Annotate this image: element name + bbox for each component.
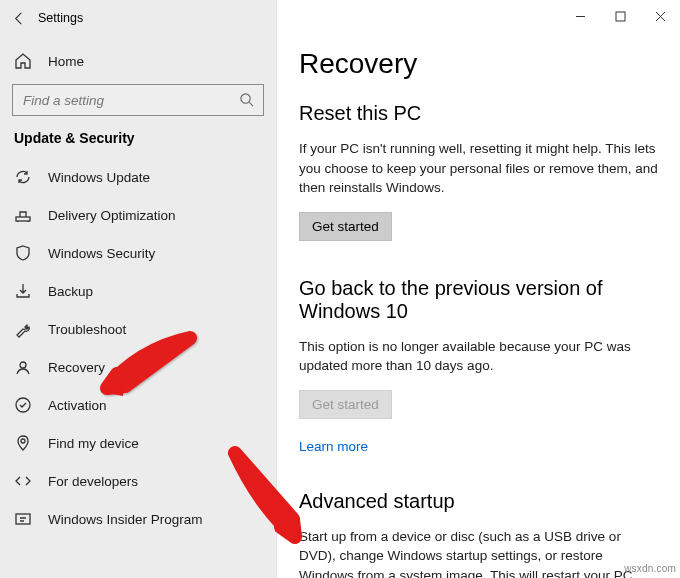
sidebar-item-label: Troubleshoot: [48, 322, 126, 337]
minimize-button[interactable]: [560, 0, 600, 32]
sidebar-item-home[interactable]: Home: [0, 42, 276, 80]
sidebar-item-label: Windows Insider Program: [48, 512, 203, 527]
sidebar-item-label: Backup: [48, 284, 93, 299]
recovery-icon: [14, 358, 32, 376]
shield-icon: [14, 244, 32, 262]
sidebar-item-recovery[interactable]: Recovery: [0, 348, 276, 386]
search-icon: [239, 92, 255, 108]
sidebar-item-label: Home: [48, 54, 84, 69]
close-button[interactable]: [640, 0, 680, 32]
section-heading: Reset this PC: [299, 102, 660, 125]
section-description: This option is no longer available becau…: [299, 337, 660, 376]
sidebar-item-label: Windows Security: [48, 246, 155, 261]
svg-point-8: [16, 398, 30, 412]
learn-more-link[interactable]: Learn more: [299, 439, 368, 454]
sidebar: Home Update & Security Windows Update De…: [0, 0, 277, 578]
check-circle-icon: [14, 396, 32, 414]
sidebar-item-label: For developers: [48, 474, 138, 489]
location-icon: [14, 434, 32, 452]
section-go-back: Go back to the previous version of Windo…: [299, 277, 660, 454]
section-reset-this-pc: Reset this PC If your PC isn't running w…: [299, 102, 660, 241]
svg-point-9: [21, 439, 25, 443]
svg-line-5: [249, 102, 253, 106]
svg-rect-6: [16, 217, 30, 221]
search-input[interactable]: [21, 92, 239, 109]
sidebar-item-troubleshoot[interactable]: Troubleshoot: [0, 310, 276, 348]
svg-point-4: [241, 94, 250, 103]
sidebar-item-windows-security[interactable]: Windows Security: [0, 234, 276, 272]
get-started-button[interactable]: Get started: [299, 212, 392, 241]
svg-rect-10: [16, 514, 30, 524]
get-started-button-disabled: Get started: [299, 390, 392, 419]
sidebar-item-label: Find my device: [48, 436, 139, 451]
sidebar-item-label: Recovery: [48, 360, 105, 375]
svg-point-7: [20, 362, 26, 368]
home-icon: [14, 52, 32, 70]
content-pane: Recovery Reset this PC If your PC isn't …: [277, 0, 680, 578]
section-heading: Advanced startup: [299, 490, 660, 513]
code-icon: [14, 472, 32, 490]
svg-rect-1: [616, 12, 625, 21]
watermark-text: wsxdn.com: [624, 563, 676, 574]
section-advanced-startup: Advanced startup Start up from a device …: [299, 490, 660, 578]
maximize-button[interactable]: [600, 0, 640, 32]
sidebar-item-windows-update[interactable]: Windows Update: [0, 158, 276, 196]
sync-icon: [14, 168, 32, 186]
sidebar-item-activation[interactable]: Activation: [0, 386, 276, 424]
section-description: Start up from a device or disc (such as …: [299, 527, 660, 578]
backup-icon: [14, 282, 32, 300]
window-title: Settings: [38, 11, 83, 25]
sidebar-item-backup[interactable]: Backup: [0, 272, 276, 310]
back-button[interactable]: [0, 0, 36, 36]
sidebar-item-find-my-device[interactable]: Find my device: [0, 424, 276, 462]
sidebar-item-label: Delivery Optimization: [48, 208, 176, 223]
sidebar-item-windows-insider[interactable]: Windows Insider Program: [0, 500, 276, 538]
section-heading: Go back to the previous version of Windo…: [299, 277, 660, 323]
delivery-icon: [14, 206, 32, 224]
section-description: If your PC isn't running well, resetting…: [299, 139, 660, 198]
sidebar-item-label: Activation: [48, 398, 107, 413]
sidebar-item-for-developers[interactable]: For developers: [0, 462, 276, 500]
insider-icon: [14, 510, 32, 528]
sidebar-item-label: Windows Update: [48, 170, 150, 185]
search-box[interactable]: [12, 84, 264, 116]
page-title: Recovery: [299, 48, 660, 80]
sidebar-item-delivery-optimization[interactable]: Delivery Optimization: [0, 196, 276, 234]
sidebar-group-header: Update & Security: [0, 130, 276, 158]
wrench-icon: [14, 320, 32, 338]
